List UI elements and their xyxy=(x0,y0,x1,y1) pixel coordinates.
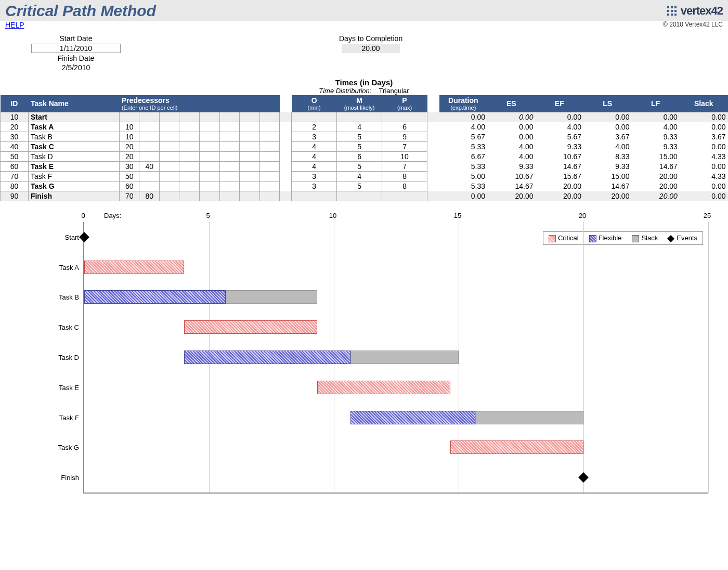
cell-predecessor[interactable] xyxy=(219,122,240,132)
cell-predecessor[interactable]: 10 xyxy=(119,132,139,142)
cell-id[interactable]: 10 xyxy=(1,112,29,122)
cell-predecessor[interactable] xyxy=(179,191,200,201)
cell-predecessor[interactable] xyxy=(199,142,219,152)
cell-o[interactable]: 3 xyxy=(292,132,337,142)
cell-predecessor[interactable] xyxy=(219,172,240,182)
cell-m[interactable]: 4 xyxy=(337,122,382,132)
cell-predecessor[interactable] xyxy=(259,142,280,152)
cell-predecessor[interactable] xyxy=(219,142,240,152)
cell-m[interactable]: 6 xyxy=(337,152,382,162)
cell-o[interactable]: 4 xyxy=(292,162,337,172)
cell-id[interactable]: 80 xyxy=(1,182,29,191)
cell-predecessor[interactable] xyxy=(139,122,160,132)
cell-m[interactable] xyxy=(337,191,382,201)
cell-predecessor[interactable]: 70 xyxy=(119,191,139,201)
cell-id[interactable]: 60 xyxy=(1,162,29,172)
cell-predecessor[interactable] xyxy=(159,191,179,201)
cell-predecessor[interactable]: 10 xyxy=(119,122,139,132)
cell-predecessor[interactable] xyxy=(259,191,280,201)
cell-task-name[interactable]: Finish xyxy=(28,191,119,201)
cell-predecessor[interactable] xyxy=(219,132,240,142)
cell-id[interactable]: 30 xyxy=(1,132,29,142)
cell-predecessor[interactable] xyxy=(259,112,280,122)
cell-id[interactable]: 40 xyxy=(1,142,29,152)
cell-predecessor[interactable] xyxy=(159,132,179,142)
cell-predecessor[interactable] xyxy=(259,182,280,191)
cell-predecessor[interactable] xyxy=(159,112,179,122)
cell-predecessor[interactable] xyxy=(219,191,240,201)
cell-predecessor[interactable] xyxy=(179,162,200,172)
cell-predecessor[interactable] xyxy=(139,152,160,162)
cell-predecessor[interactable] xyxy=(179,182,200,191)
cell-predecessor[interactable] xyxy=(179,172,200,182)
cell-predecessor[interactable] xyxy=(199,182,219,191)
cell-predecessor[interactable] xyxy=(179,152,200,162)
cell-task-name[interactable]: Task E xyxy=(28,162,119,172)
cell-predecessor[interactable] xyxy=(159,152,179,162)
cell-predecessor[interactable] xyxy=(240,122,260,132)
cell-predecessor[interactable] xyxy=(240,112,260,122)
cell-predecessor[interactable] xyxy=(199,162,219,172)
start-date-value[interactable]: 1/11/2010 xyxy=(31,44,121,53)
cell-predecessor[interactable]: 60 xyxy=(119,182,139,191)
cell-predecessor[interactable] xyxy=(240,191,260,201)
cell-predecessor[interactable] xyxy=(199,132,219,142)
cell-predecessor[interactable] xyxy=(199,172,219,182)
cell-predecessor[interactable] xyxy=(139,172,160,182)
cell-o[interactable]: 4 xyxy=(292,142,337,152)
cell-predecessor[interactable] xyxy=(159,172,179,182)
cell-predecessor[interactable] xyxy=(259,132,280,142)
cell-predecessor[interactable] xyxy=(240,172,260,182)
cell-predecessor[interactable] xyxy=(179,122,200,132)
cell-predecessor[interactable] xyxy=(219,182,240,191)
cell-p[interactable]: 8 xyxy=(382,172,427,182)
cell-predecessor[interactable] xyxy=(240,182,260,191)
cell-predecessor[interactable]: 50 xyxy=(119,172,139,182)
cell-predecessor[interactable] xyxy=(240,152,260,162)
cell-predecessor[interactable] xyxy=(159,142,179,152)
cell-o[interactable]: 2 xyxy=(292,122,337,132)
cell-predecessor[interactable] xyxy=(219,152,240,162)
cell-task-name[interactable]: Task B xyxy=(28,132,119,142)
cell-predecessor[interactable] xyxy=(259,152,280,162)
cell-predecessor[interactable] xyxy=(259,122,280,132)
cell-predecessor[interactable]: 40 xyxy=(139,162,160,172)
cell-o[interactable] xyxy=(292,191,337,201)
cell-predecessor[interactable] xyxy=(199,152,219,162)
cell-predecessor[interactable] xyxy=(159,182,179,191)
cell-task-name[interactable]: Task C xyxy=(28,142,119,152)
cell-o[interactable]: 3 xyxy=(292,172,337,182)
cell-id[interactable]: 70 xyxy=(1,172,29,182)
cell-o[interactable]: 4 xyxy=(292,152,337,162)
cell-p[interactable]: 6 xyxy=(382,122,427,132)
cell-predecessor[interactable] xyxy=(259,162,280,172)
cell-predecessor[interactable] xyxy=(119,112,139,122)
cell-m[interactable]: 5 xyxy=(337,142,382,152)
cell-task-name[interactable]: Start xyxy=(28,112,119,122)
cell-p[interactable] xyxy=(382,112,427,122)
cell-predecessor[interactable] xyxy=(240,132,260,142)
cell-predecessor[interactable] xyxy=(179,112,200,122)
cell-predecessor[interactable]: 80 xyxy=(139,191,160,201)
cell-p[interactable]: 8 xyxy=(382,182,427,191)
cell-predecessor[interactable] xyxy=(139,182,160,191)
cell-id[interactable]: 20 xyxy=(1,122,29,132)
cell-predecessor[interactable] xyxy=(199,112,219,122)
cell-predecessor[interactable]: 20 xyxy=(119,142,139,152)
cell-predecessor[interactable] xyxy=(219,162,240,172)
cell-p[interactable]: 7 xyxy=(382,162,427,172)
cell-task-name[interactable]: Task D xyxy=(28,152,119,162)
cell-p[interactable]: 10 xyxy=(382,152,427,162)
cell-m[interactable]: 5 xyxy=(337,162,382,172)
cell-predecessor[interactable] xyxy=(139,142,160,152)
cell-m[interactable]: 4 xyxy=(337,172,382,182)
cell-task-name[interactable]: Task G xyxy=(28,182,119,191)
cell-predecessor[interactable] xyxy=(159,162,179,172)
cell-predecessor[interactable] xyxy=(179,142,200,152)
cell-m[interactable]: 5 xyxy=(337,132,382,142)
cell-predecessor[interactable] xyxy=(159,122,179,132)
cell-id[interactable]: 90 xyxy=(1,191,29,201)
cell-predecessor[interactable] xyxy=(259,172,280,182)
cell-predecessor[interactable] xyxy=(199,122,219,132)
cell-predecessor[interactable]: 20 xyxy=(119,152,139,162)
